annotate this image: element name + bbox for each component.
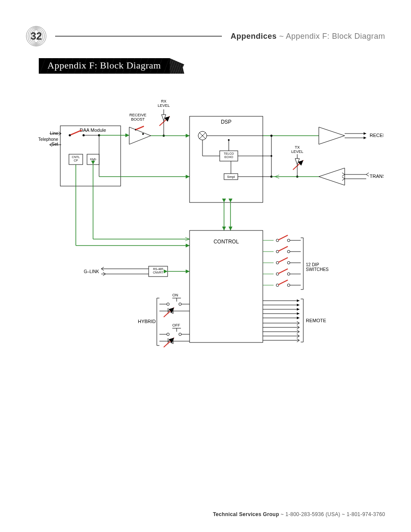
svg-line-81 xyxy=(278,280,288,285)
hyb-label: Hyb xyxy=(90,157,97,161)
header-subsection: Appendix F: Block Diagram xyxy=(286,32,385,40)
svg-point-80 xyxy=(287,284,290,286)
receive-output-amp-icon xyxy=(319,127,345,144)
dip-switches-label: 12 DIPSWITCHES xyxy=(306,262,329,272)
tx-level-pot-icon xyxy=(295,159,299,165)
rs485-label: RS-485CNVRT xyxy=(153,268,164,274)
svg-point-65 xyxy=(287,250,290,253)
svg-point-60 xyxy=(287,239,290,242)
control-box xyxy=(190,230,263,342)
control-label: CONTROL xyxy=(214,239,239,245)
block-diagram: DAA Module Line TelephoneSet CNTLCP Hyb … xyxy=(30,90,385,385)
svg-point-106 xyxy=(167,333,169,336)
page-number: 32 xyxy=(31,30,42,42)
hybrid-label: HYBRID xyxy=(138,319,156,324)
receive-boost-label: RECEIVEBOOST xyxy=(129,113,146,121)
receive-boost-switch-icon xyxy=(136,126,144,130)
footer-phone1: 1-800-283-5936 (USA) xyxy=(285,511,340,517)
footer-group: Technical Services Group xyxy=(213,511,279,517)
smpl-label: Smpl xyxy=(227,175,235,179)
svg-line-76 xyxy=(278,269,288,274)
svg-point-96 xyxy=(179,303,181,305)
page-number-badge: 32 xyxy=(26,26,47,47)
telephone-label: TelephoneSet xyxy=(38,137,59,146)
section-title: Appendix F: Block Diagram xyxy=(39,58,170,74)
tx-level-label: TXLEVEL xyxy=(291,145,303,154)
page-header: 32 Appendices ~ Appendix F: Block Diagra… xyxy=(26,26,385,47)
remote-group: REMOTE xyxy=(263,299,326,342)
on-label: ON xyxy=(172,293,178,297)
svg-line-71 xyxy=(278,258,288,262)
header-rule xyxy=(55,36,222,37)
dsp-label: DSP xyxy=(221,119,232,125)
svg-line-61 xyxy=(278,235,288,240)
svg-point-36 xyxy=(228,139,230,141)
remote-label: REMOTE xyxy=(306,318,326,323)
svg-point-107 xyxy=(179,333,181,336)
svg-point-19 xyxy=(142,133,144,135)
transmit-input-amp-icon xyxy=(319,168,345,185)
g-link-label: G–LINK xyxy=(84,269,99,274)
telco-echo-label: TELCOECHO xyxy=(224,152,234,159)
svg-point-75 xyxy=(287,273,290,275)
rx-level-label: RXLEVEL xyxy=(158,99,170,108)
daa-module-label: DAA Module xyxy=(80,128,106,133)
svg-point-95 xyxy=(167,303,169,305)
svg-point-45 xyxy=(271,155,272,157)
svg-point-70 xyxy=(287,261,290,264)
dip-switches-group: 12 DIPSWITCHES xyxy=(263,235,329,289)
rx-level-pot-icon xyxy=(162,115,166,121)
page-footer: Technical Services Group ~ 1-800-283-593… xyxy=(0,511,385,517)
svg-line-66 xyxy=(278,246,288,251)
receive-amp-icon xyxy=(129,127,151,144)
transmit-label: TRANSMIT xyxy=(370,174,383,179)
header-breadcrumb: Appendices ~ Appendix F: Block Diagram xyxy=(230,32,385,41)
off-label: OFF xyxy=(172,323,180,327)
hybrid-group: HYBRID ON OFF xyxy=(138,293,190,347)
footer-phone2: 1-801-974-3760 xyxy=(346,511,385,517)
header-section: Appendices xyxy=(230,32,277,40)
receive-label: RECEIVE xyxy=(370,133,383,138)
